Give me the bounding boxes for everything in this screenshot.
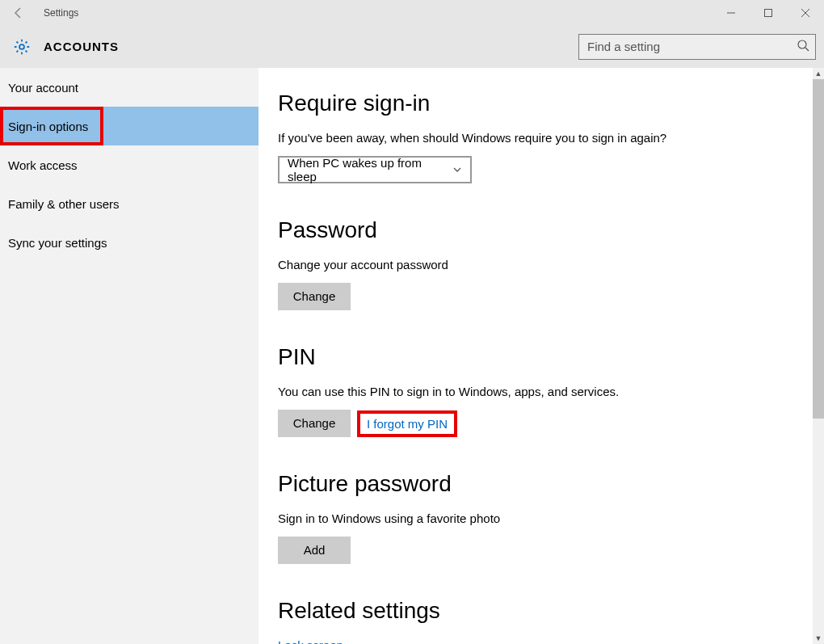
- related-settings-heading: Related settings: [278, 598, 800, 624]
- search-input[interactable]: [578, 34, 816, 60]
- password-change-button[interactable]: Change: [278, 283, 351, 310]
- picture-password-add-button[interactable]: Add: [278, 537, 351, 564]
- sidebar-item-label: Sync your settings: [8, 236, 107, 250]
- sidebar-item-work-access[interactable]: Work access: [0, 145, 259, 184]
- close-button[interactable]: [787, 0, 824, 26]
- forgot-pin-link[interactable]: I forgot my PIN: [367, 417, 448, 431]
- scroll-up-arrow[interactable]: ▲: [813, 68, 824, 79]
- lock-screen-link[interactable]: Lock screen: [278, 638, 343, 644]
- sidebar-item-label: Your account: [8, 81, 78, 95]
- highlight-box: I forgot my PIN: [357, 410, 457, 437]
- sidebar-item-your-account[interactable]: Your account: [0, 68, 259, 107]
- svg-line-6: [805, 48, 809, 51]
- svg-point-5: [798, 40, 806, 48]
- require-signin-desc: If you've been away, when should Windows…: [278, 131, 800, 145]
- sidebar-item-sync-settings[interactable]: Sync your settings: [0, 223, 259, 262]
- picture-password-desc: Sign in to Windows using a favorite phot…: [278, 511, 800, 525]
- window-title: Settings: [44, 7, 78, 19]
- require-signin-heading: Require sign-in: [278, 90, 800, 116]
- pin-heading: PIN: [278, 344, 800, 370]
- page-header: ACCOUNTS: [0, 26, 824, 68]
- sidebar-item-sign-in-options[interactable]: Sign-in options: [0, 107, 259, 145]
- content-area: Require sign-in If you've been away, whe…: [259, 68, 824, 644]
- maximize-button[interactable]: [750, 0, 787, 26]
- svg-point-4: [19, 44, 24, 49]
- sidebar-item-family-other-users[interactable]: Family & other users: [0, 184, 259, 223]
- search-icon: [797, 39, 809, 54]
- password-desc: Change your account password: [278, 258, 800, 271]
- require-signin-dropdown[interactable]: When PC wakes up from sleep: [278, 156, 472, 183]
- sidebar: Your account Sign-in options Work access…: [0, 68, 259, 644]
- titlebar: Settings: [0, 0, 824, 26]
- back-button[interactable]: [6, 1, 31, 25]
- password-heading: Password: [278, 217, 800, 243]
- sidebar-item-label: Family & other users: [8, 197, 120, 211]
- svg-rect-1: [765, 10, 772, 17]
- scroll-down-arrow[interactable]: ▼: [813, 633, 824, 644]
- sidebar-item-label: Work access: [8, 158, 78, 172]
- chevron-down-icon: [452, 163, 462, 177]
- scroll-thumb[interactable]: [813, 79, 824, 419]
- minimize-button[interactable]: [713, 0, 750, 26]
- dropdown-value: When PC wakes up from sleep: [288, 156, 452, 183]
- page-title: ACCOUNTS: [44, 40, 119, 53]
- pin-desc: You can use this PIN to sign in to Windo…: [278, 385, 800, 398]
- pin-change-button[interactable]: Change: [278, 410, 351, 437]
- scrollbar[interactable]: ▲ ▼: [813, 68, 824, 644]
- sidebar-item-label: Sign-in options: [8, 120, 88, 133]
- picture-password-heading: Picture password: [278, 471, 800, 497]
- gear-icon: [8, 33, 36, 61]
